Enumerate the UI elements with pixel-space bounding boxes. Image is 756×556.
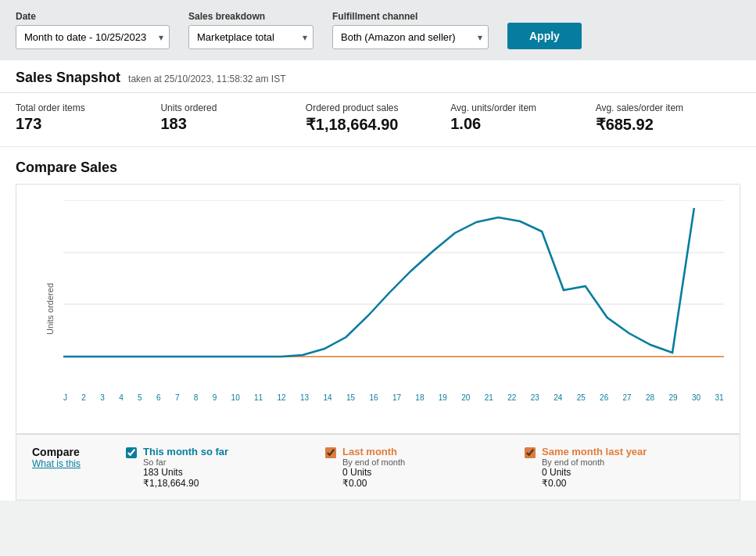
x-label-16: 16	[369, 393, 378, 402]
x-label-30: 30	[692, 393, 700, 402]
x-label-26: 26	[600, 393, 608, 402]
metric-item-3: Avg. units/order item 1.06	[450, 102, 595, 134]
x-label-29: 29	[669, 393, 678, 402]
legend-item-same-month-last-year: Same month last year By end of month 0 U…	[525, 446, 724, 489]
x-label-11: 11	[254, 393, 263, 402]
x-label-20: 20	[461, 393, 470, 402]
metric-value-0: 173	[16, 115, 145, 133]
y-axis-label: Units ordered	[45, 283, 55, 335]
metric-label-2: Ordered product sales	[306, 102, 435, 113]
x-label-4: 4	[119, 393, 124, 402]
legend-currency-this-month: ₹1,18,664.90	[143, 478, 228, 489]
metric-label-3: Avg. units/order item	[450, 102, 579, 113]
date-label: Date	[16, 11, 170, 22]
snapshot-subtitle: taken at 25/10/2023, 11:58:32 am IST	[128, 74, 285, 84]
metric-value-2: ₹1,18,664.90	[306, 115, 435, 134]
metric-label-0: Total order items	[16, 102, 145, 113]
metric-item-0: Total order items 173	[16, 102, 160, 134]
fulfillment-select[interactable]: Both (Amazon and seller)	[332, 25, 489, 49]
legend-currency-same-month: ₹0.00	[542, 478, 647, 489]
metric-item-1: Units ordered 183	[160, 102, 305, 134]
x-label-18: 18	[415, 393, 424, 402]
compare-title: Compare Sales	[16, 160, 740, 176]
metric-item-2: Ordered product sales ₹1,18,664.90	[306, 102, 450, 134]
what-is-this-link[interactable]: What is this	[32, 458, 110, 469]
x-label-17: 17	[392, 393, 401, 402]
x-label-1: J	[63, 393, 67, 402]
x-label-10: 10	[231, 393, 240, 402]
legend-item-last-month: Last month By end of month 0 Units ₹0.00	[325, 446, 525, 489]
legend-title-same-month: Same month last year	[542, 446, 647, 457]
x-label-14: 14	[323, 393, 331, 402]
compare-legend: Compare What is this This month so far S…	[16, 434, 740, 500]
legend-units-this-month: 183 Units	[143, 467, 228, 478]
x-label-7: 7	[175, 393, 180, 402]
legend-currency-last-month: ₹0.00	[342, 478, 405, 489]
compare-heading: Compare	[32, 446, 110, 458]
x-label-12: 12	[278, 393, 286, 402]
compare-label-col: Compare What is this	[32, 446, 126, 489]
x-label-15: 15	[346, 393, 355, 402]
compare-section: Compare Sales Units ordered 0 60 120 180	[0, 147, 756, 500]
x-label-8: 8	[194, 393, 199, 402]
x-label-31: 31	[715, 393, 723, 402]
metric-label-1: Units ordered	[160, 102, 289, 113]
apply-button[interactable]: Apply	[507, 23, 582, 49]
legend-checkbox-this-month[interactable]	[126, 447, 137, 458]
x-label-19: 19	[439, 393, 447, 402]
top-bar: Date Month to date - 10/25/2023 Sales br…	[0, 0, 756, 60]
metric-value-3: 1.06	[450, 115, 579, 133]
x-label-25: 25	[577, 393, 586, 402]
legend-subtitle-last-month: By end of month	[342, 457, 405, 467]
metric-value-4: ₹685.92	[596, 115, 725, 134]
x-label-21: 21	[485, 393, 493, 402]
legend-subtitle-this-month: So far	[143, 457, 228, 467]
sales-breakdown-filter-group: Sales breakdown Marketplace total	[188, 11, 314, 49]
metric-value-1: 183	[160, 115, 289, 133]
x-label-5: 5	[138, 393, 142, 402]
x-label-13: 13	[300, 393, 309, 402]
x-label-23: 23	[531, 393, 539, 402]
legend-units-last-month: 0 Units	[342, 467, 405, 478]
metrics-row: Total order items 173 Units ordered 183 …	[0, 93, 756, 147]
fulfillment-label: Fulfillment channel	[332, 11, 489, 22]
legend-title-this-month: This month so far	[143, 446, 228, 457]
x-label-3: 3	[100, 393, 105, 402]
x-label-9: 9	[213, 393, 217, 402]
x-label-22: 22	[507, 393, 516, 402]
x-label-2: 2	[81, 393, 86, 402]
sales-breakdown-label: Sales breakdown	[188, 11, 314, 22]
sales-breakdown-select[interactable]: Marketplace total	[188, 25, 314, 49]
x-label-27: 27	[623, 393, 632, 402]
date-filter-group: Date Month to date - 10/25/2023	[16, 11, 170, 49]
snapshot-title: Sales Snapshot	[16, 70, 120, 86]
x-label-24: 24	[554, 393, 562, 402]
x-label-28: 28	[646, 393, 654, 402]
chart-container: Units ordered 0 60 120 180	[16, 184, 740, 434]
legend-checkbox-same-month[interactable]	[525, 447, 536, 458]
fulfillment-filter-group: Fulfillment channel Both (Amazon and sel…	[332, 11, 489, 49]
snapshot-header: Sales Snapshot taken at 25/10/2023, 11:5…	[0, 60, 756, 93]
metric-label-4: Avg. sales/order item	[596, 102, 725, 113]
legend-title-last-month: Last month	[342, 446, 405, 457]
legend-checkbox-last-month[interactable]	[325, 447, 336, 458]
metric-item-4: Avg. sales/order item ₹685.92	[596, 102, 740, 134]
legend-subtitle-same-month: By end of month	[542, 457, 647, 467]
legend-units-same-month: 0 Units	[542, 467, 647, 478]
date-select[interactable]: Month to date - 10/25/2023	[16, 25, 170, 49]
chart-svg: 0 60 120 180	[63, 200, 724, 388]
x-label-6: 6	[156, 393, 161, 402]
legend-item-this-month: This month so far So far 183 Units ₹1,18…	[126, 446, 325, 489]
